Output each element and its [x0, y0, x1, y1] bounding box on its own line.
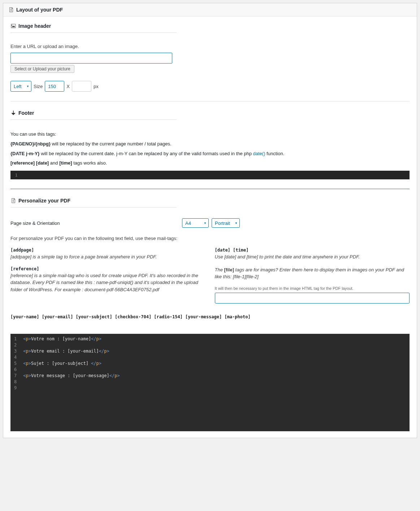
file-desc: The [file] tags are for images? Enter th…	[215, 266, 410, 280]
reference-tag: [reference]	[10, 160, 35, 166]
editor-code[interactable]: <p>Votre nom : [your-name]</p> <p>Votre …	[20, 334, 410, 431]
image-header-title-row: Image header	[10, 23, 177, 33]
footer-code-editor[interactable]: 1	[10, 171, 410, 179]
tags-right-col: [date] [time] Use [date] and [time] to p…	[215, 248, 410, 303]
pageno-rest: will be replaced by the current page num…	[51, 141, 172, 147]
personalize-title: Personalize your PDF	[18, 198, 70, 204]
footer-title-row: Footer	[10, 110, 177, 120]
layout-panel: Layout of your PDF Image header Enter a …	[3, 3, 417, 438]
time-tag: [time]	[59, 160, 72, 166]
image-header-section: Image header Enter a URL or upload an im…	[10, 23, 410, 92]
tags-two-col: [addpage] [addpage] is a simple tag to f…	[10, 248, 410, 303]
date-rest: will be replaced by the current date. j-…	[40, 151, 253, 156]
arrow-down-icon	[10, 110, 16, 116]
addpage-desc: [addpage] is a simple tag to force a pag…	[10, 253, 205, 261]
editor-gutter: 123456789	[10, 334, 20, 431]
file-tag: [file]	[224, 267, 234, 272]
divider	[10, 101, 410, 101]
and-text: and	[49, 160, 59, 166]
image-icon	[10, 23, 16, 29]
px-label: px	[94, 84, 99, 89]
footer-help-reftags: [reference] [date] and [time] tags works…	[10, 160, 410, 167]
image-size-row: Left Size X px	[10, 81, 410, 92]
reference-desc: [reference] is a simple mail-tag who is …	[10, 272, 205, 293]
file-tags-input[interactable]	[215, 293, 410, 303]
reference-tag-label: [reference]	[10, 266, 205, 271]
line-number: 1	[10, 171, 22, 179]
footer-title: Footer	[18, 110, 34, 116]
tags-left-col: [addpage] [addpage] is a simple tag to f…	[10, 248, 205, 303]
file-pre: The	[215, 267, 224, 272]
document-icon	[8, 7, 14, 13]
orientation-select[interactable]: Portrait	[212, 218, 240, 228]
php-date-link[interactable]: date()	[253, 151, 265, 156]
pagesize-row: Page size & Orientation A4 Portrait	[10, 218, 410, 228]
personalize-title-row: Personalize your PDF	[10, 198, 177, 208]
footer-intro: You can use this tags:	[10, 131, 410, 138]
image-align-select[interactable]: Left	[10, 81, 31, 92]
panel-title: Layout of your PDF	[16, 7, 63, 13]
panel-title-row: Layout of your PDF	[8, 7, 412, 13]
panel-body: Image header Enter a URL or upload an im…	[3, 17, 417, 438]
size-label: Size	[34, 84, 43, 89]
datetime-tag: [date] [time]	[215, 248, 410, 253]
date-end: function.	[265, 151, 285, 156]
image-url-input[interactable]	[10, 53, 172, 64]
available-mail-tags: [your-name] [your-email] [your-subject] …	[10, 314, 410, 319]
personalize-intro: For personalize your PDF you can in the …	[10, 236, 410, 241]
footer-help-pageno: {PAGENO}/{nbpg} will be replaced by the …	[10, 140, 410, 148]
date-tag: {DATE j-m-Y}	[10, 151, 40, 156]
reftags-end: tags works also.	[72, 160, 107, 166]
divider-blue	[10, 189, 410, 189]
url-label: Enter a URL or upload an image.	[10, 44, 410, 49]
image-header-title: Image header	[18, 23, 51, 29]
pagesize-label: Page size & Orientation	[10, 220, 182, 226]
upload-image-button[interactable]: Select or Upload your picture	[10, 65, 74, 73]
document-icon	[10, 198, 16, 204]
pageno-tag: {PAGENO}/{nbpg}	[10, 141, 51, 147]
file-post: tags are for images? Enter them here to …	[215, 267, 404, 280]
pdf-template-editor[interactable]: 123456789 <p>Votre nom : [your-name]</p>…	[10, 334, 410, 431]
panel-header: Layout of your PDF	[3, 3, 417, 17]
footer-help-date: {DATE j-m-Y} will be replaced by the cur…	[10, 150, 410, 158]
x-label: X	[66, 84, 70, 89]
pagesize-select[interactable]: A4	[182, 218, 209, 228]
footer-section: Footer You can use this tags: {PAGENO}/{…	[10, 110, 410, 179]
image-height-input[interactable]	[72, 81, 91, 92]
image-width-input[interactable]	[45, 81, 64, 92]
file-note: It will then be necessary to put them in…	[215, 286, 410, 291]
date-tag-2: [date]	[35, 160, 49, 166]
addpage-tag: [addpage]	[10, 248, 205, 253]
personalize-section: Personalize your PDF Page size & Orienta…	[10, 198, 410, 431]
datetime-desc: Use [date] and [time] to print the date …	[215, 253, 410, 261]
